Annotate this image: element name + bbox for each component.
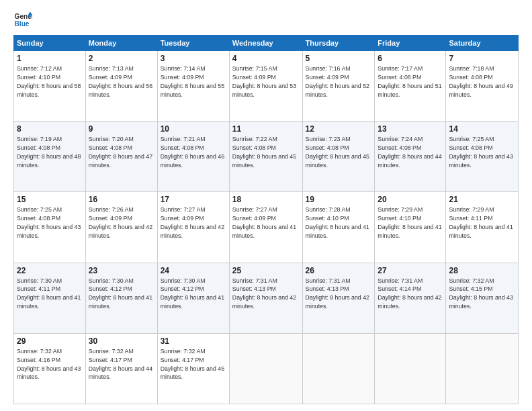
calendar-cell: 11 Sunrise: 7:22 AMSunset: 4:08 PMDaylig…	[229, 122, 302, 192]
day-number: 29	[17, 336, 83, 346]
day-info: Sunrise: 7:27 AMSunset: 4:09 PMDaylight:…	[232, 206, 296, 239]
day-info: Sunrise: 7:29 AMSunset: 4:10 PMDaylight:…	[378, 206, 441, 239]
day-number: 22	[17, 266, 83, 275]
day-number: 24	[161, 266, 226, 275]
day-number: 3	[161, 54, 226, 63]
day-info: Sunrise: 7:32 AMSunset: 4:16 PMDaylight:…	[17, 348, 81, 381]
day-number: 25	[232, 266, 300, 275]
day-number: 11	[232, 124, 300, 134]
calendar-cell: 14 Sunrise: 7:25 AMSunset: 4:08 PMDaylig…	[446, 122, 519, 192]
day-info: Sunrise: 7:21 AMSunset: 4:08 PMDaylight:…	[161, 136, 224, 169]
day-info: Sunrise: 7:17 AMSunset: 4:08 PMDaylight:…	[378, 65, 441, 98]
day-number: 1	[17, 54, 83, 63]
calendar-cell: 8 Sunrise: 7:19 AMSunset: 4:08 PMDayligh…	[14, 122, 86, 192]
day-info: Sunrise: 7:29 AMSunset: 4:11 PMDaylight:…	[449, 206, 513, 239]
day-number: 26	[306, 266, 372, 275]
day-info: Sunrise: 7:30 AMSunset: 4:12 PMDaylight:…	[89, 277, 152, 310]
calendar-cell: 3 Sunrise: 7:14 AMSunset: 4:09 PMDayligh…	[157, 51, 229, 122]
day-info: Sunrise: 7:13 AMSunset: 4:09 PMDaylight:…	[89, 65, 152, 98]
calendar-cell	[375, 333, 446, 404]
day-number: 31	[161, 336, 226, 346]
day-number: 18	[232, 195, 300, 204]
calendar-cell: 19 Sunrise: 7:28 AMSunset: 4:10 PMDaylig…	[302, 192, 375, 263]
day-info: Sunrise: 7:26 AMSunset: 4:09 PMDaylight:…	[89, 206, 152, 239]
day-number: 10	[161, 124, 226, 134]
day-info: Sunrise: 7:24 AMSunset: 4:08 PMDaylight:…	[378, 136, 441, 169]
day-info: Sunrise: 7:28 AMSunset: 4:10 PMDaylight:…	[306, 206, 369, 239]
day-info: Sunrise: 7:31 AMSunset: 4:14 PMDaylight:…	[378, 277, 441, 310]
day-info: Sunrise: 7:32 AMSunset: 4:17 PMDaylight:…	[161, 348, 224, 381]
day-number: 8	[17, 124, 83, 134]
calendar-cell: 29 Sunrise: 7:32 AMSunset: 4:16 PMDaylig…	[14, 333, 86, 404]
calendar-cell: 15 Sunrise: 7:25 AMSunset: 4:08 PMDaylig…	[14, 192, 86, 263]
day-info: Sunrise: 7:23 AMSunset: 4:08 PMDaylight:…	[306, 136, 369, 169]
calendar-cell: 12 Sunrise: 7:23 AMSunset: 4:08 PMDaylig…	[302, 122, 375, 192]
day-number: 27	[378, 266, 443, 275]
day-info: Sunrise: 7:20 AMSunset: 4:08 PMDaylight:…	[89, 136, 152, 169]
calendar-cell: 1 Sunrise: 7:12 AMSunset: 4:10 PMDayligh…	[14, 51, 86, 122]
day-info: Sunrise: 7:31 AMSunset: 4:13 PMDaylight:…	[232, 277, 296, 310]
calendar-cell: 9 Sunrise: 7:20 AMSunset: 4:08 PMDayligh…	[85, 122, 157, 192]
calendar-cell: 23 Sunrise: 7:30 AMSunset: 4:12 PMDaylig…	[85, 263, 157, 333]
day-number: 5	[306, 54, 372, 63]
day-number: 16	[89, 195, 154, 204]
day-number: 17	[161, 195, 226, 204]
calendar-cell: 10 Sunrise: 7:21 AMSunset: 4:08 PMDaylig…	[157, 122, 229, 192]
day-number: 21	[449, 195, 515, 204]
svg-text:Blue: Blue	[15, 20, 30, 28]
calendar-cell: 24 Sunrise: 7:30 AMSunset: 4:12 PMDaylig…	[157, 263, 229, 333]
day-of-week-header: Friday	[375, 36, 446, 51]
calendar-cell	[229, 333, 302, 404]
day-number: 6	[378, 54, 443, 63]
calendar-week-row: 15 Sunrise: 7:25 AMSunset: 4:08 PMDaylig…	[14, 192, 519, 263]
day-of-week-header: Tuesday	[157, 36, 229, 51]
day-info: Sunrise: 7:32 AMSunset: 4:17 PMDaylight:…	[89, 348, 152, 381]
day-of-week-header: Saturday	[446, 36, 519, 51]
logo-icon: General Blue	[13, 11, 32, 30]
calendar-cell: 16 Sunrise: 7:26 AMSunset: 4:09 PMDaylig…	[85, 192, 157, 263]
calendar-week-row: 1 Sunrise: 7:12 AMSunset: 4:10 PMDayligh…	[14, 51, 519, 122]
day-number: 4	[232, 54, 300, 63]
calendar-cell: 18 Sunrise: 7:27 AMSunset: 4:09 PMDaylig…	[229, 192, 302, 263]
day-number: 7	[449, 54, 515, 63]
day-number: 28	[449, 266, 515, 275]
calendar-cell	[302, 333, 375, 404]
day-number: 15	[17, 195, 83, 204]
calendar-cell: 7 Sunrise: 7:18 AMSunset: 4:08 PMDayligh…	[446, 51, 519, 122]
days-of-week-row: SundayMondayTuesdayWednesdayThursdayFrid…	[14, 36, 519, 51]
calendar-cell: 4 Sunrise: 7:15 AMSunset: 4:09 PMDayligh…	[229, 51, 302, 122]
day-info: Sunrise: 7:12 AMSunset: 4:10 PMDaylight:…	[17, 65, 81, 98]
calendar-cell: 27 Sunrise: 7:31 AMSunset: 4:14 PMDaylig…	[375, 263, 446, 333]
logo: General Blue	[13, 11, 32, 30]
calendar-cell: 6 Sunrise: 7:17 AMSunset: 4:08 PMDayligh…	[375, 51, 446, 122]
calendar-cell: 31 Sunrise: 7:32 AMSunset: 4:17 PMDaylig…	[157, 333, 229, 404]
day-number: 20	[378, 195, 443, 204]
calendar-cell: 30 Sunrise: 7:32 AMSunset: 4:17 PMDaylig…	[85, 333, 157, 404]
day-info: Sunrise: 7:27 AMSunset: 4:09 PMDaylight:…	[161, 206, 224, 239]
calendar-week-row: 22 Sunrise: 7:30 AMSunset: 4:11 PMDaylig…	[14, 263, 519, 333]
calendar-cell: 13 Sunrise: 7:24 AMSunset: 4:08 PMDaylig…	[375, 122, 446, 192]
calendar-cell: 17 Sunrise: 7:27 AMSunset: 4:09 PMDaylig…	[157, 192, 229, 263]
day-info: Sunrise: 7:22 AMSunset: 4:08 PMDaylight:…	[232, 136, 296, 169]
day-info: Sunrise: 7:14 AMSunset: 4:09 PMDaylight:…	[161, 65, 224, 98]
calendar-cell: 25 Sunrise: 7:31 AMSunset: 4:13 PMDaylig…	[229, 263, 302, 333]
calendar-cell: 5 Sunrise: 7:16 AMSunset: 4:09 PMDayligh…	[302, 51, 375, 122]
page: General Blue SundayMondayTuesdayWednesda…	[0, 0, 532, 411]
day-info: Sunrise: 7:30 AMSunset: 4:12 PMDaylight:…	[161, 277, 224, 310]
day-number: 13	[378, 124, 443, 134]
calendar-cell: 21 Sunrise: 7:29 AMSunset: 4:11 PMDaylig…	[446, 192, 519, 263]
day-info: Sunrise: 7:16 AMSunset: 4:09 PMDaylight:…	[306, 65, 369, 98]
day-of-week-header: Thursday	[302, 36, 375, 51]
day-of-week-header: Wednesday	[229, 36, 302, 51]
calendar-table: SundayMondayTuesdayWednesdayThursdayFrid…	[13, 35, 519, 404]
calendar-cell: 28 Sunrise: 7:32 AMSunset: 4:15 PMDaylig…	[446, 263, 519, 333]
day-info: Sunrise: 7:32 AMSunset: 4:15 PMDaylight:…	[449, 277, 513, 310]
day-number: 14	[449, 124, 515, 134]
calendar-cell: 26 Sunrise: 7:31 AMSunset: 4:13 PMDaylig…	[302, 263, 375, 333]
day-number: 12	[306, 124, 372, 134]
calendar-cell	[446, 333, 519, 404]
calendar-week-row: 29 Sunrise: 7:32 AMSunset: 4:16 PMDaylig…	[14, 333, 519, 404]
day-number: 30	[89, 336, 154, 346]
day-number: 19	[306, 195, 372, 204]
calendar-body: 1 Sunrise: 7:12 AMSunset: 4:10 PMDayligh…	[14, 51, 519, 404]
